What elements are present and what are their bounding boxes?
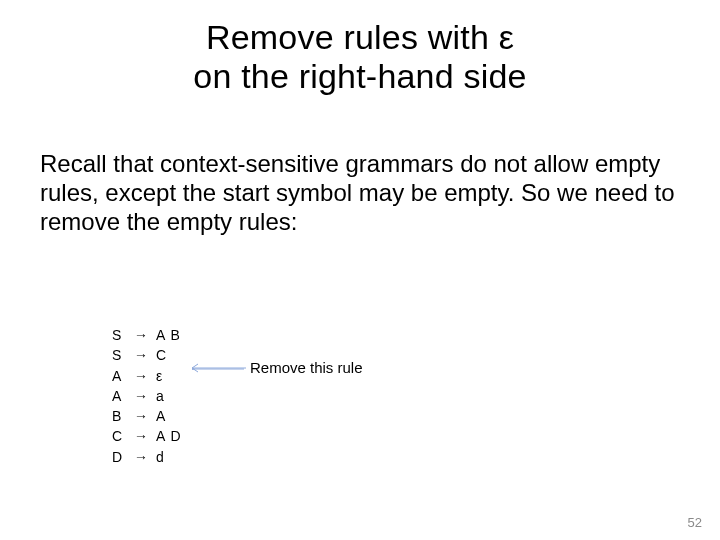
grammar-rule: B → A [112,406,186,426]
rule-rhs: ε [156,366,186,386]
rule-rhs: d [156,447,186,467]
title-line-2: on the right-hand side [193,57,526,95]
body-text: Recall that context-sensitive grammars d… [40,150,680,236]
rule-rhs: A B [156,325,186,345]
rule-lhs: A [112,386,126,406]
callout-label: Remove this rule [250,359,363,376]
rule-lhs: D [112,447,126,467]
arrow-icon: → [126,447,156,467]
grammar-rule: A → ε [112,366,186,386]
arrow-icon: → [126,345,156,365]
grammar-rule: D → d [112,447,186,467]
arrow-icon: → [126,386,156,406]
rule-lhs: C [112,426,126,446]
grammar-rule: C → A D [112,426,186,446]
rule-lhs: S [112,345,126,365]
slide-title: Remove rules with ε on the right-hand si… [0,18,720,96]
grammar-rule: S → A B [112,325,186,345]
rule-lhs: A [112,366,126,386]
rule-rhs: C [156,345,186,365]
title-line-1: Remove rules with ε [206,18,514,56]
rule-lhs: S [112,325,126,345]
rule-rhs: a [156,386,186,406]
rule-rhs: A [156,406,186,426]
grammar-rules: S → A B S → C A → ε A → a B → A C → A D [112,325,186,467]
page-number: 52 [688,515,702,530]
arrow-icon: → [126,366,156,386]
slide: Remove rules with ε on the right-hand si… [0,0,720,540]
rule-rhs: A D [156,426,186,446]
arrow-icon: → [126,325,156,345]
arrow-icon: → [126,426,156,446]
grammar-rule: A → a [112,386,186,406]
rule-lhs: B [112,406,126,426]
arrow-icon: → [126,406,156,426]
grammar-rule: S → C [112,345,186,365]
callout-arrow-head-icon [186,362,246,374]
